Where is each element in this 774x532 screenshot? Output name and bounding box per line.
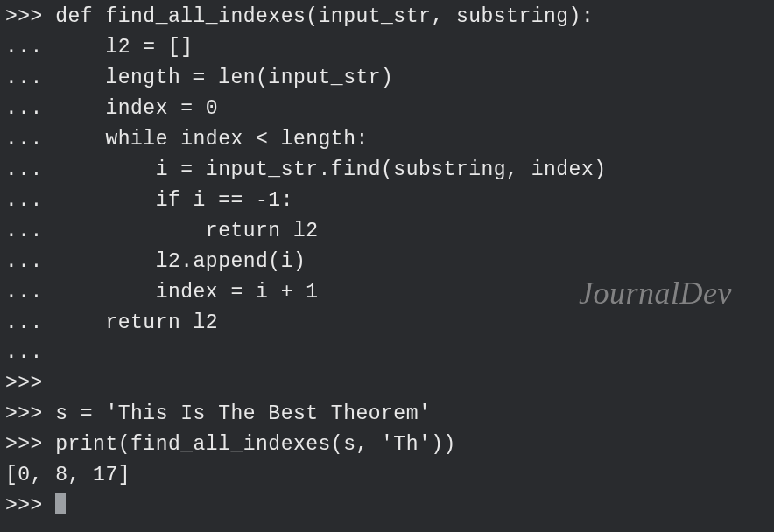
code-line: >>> [5,368,769,399]
code-line: ... if i == -1: [5,186,769,216]
code-line: ... length = len(input_str) [5,63,769,94]
cursor-icon [55,494,66,514]
code-line: ... [5,338,769,368]
code-line: ... return l2 [5,308,769,339]
code-line: ... index = i + 1 [5,277,769,308]
code-line: ... i = input_str.find(substring, index) [5,155,769,186]
code-line: ... index = 0 [5,94,769,124]
prompt-line[interactable]: >>> [5,491,769,522]
code-line: >>> def find_all_indexes(input_str, subs… [5,2,769,32]
output-line: [0, 8, 17] [5,460,769,491]
terminal-output[interactable]: >>> def find_all_indexes(input_str, subs… [5,2,769,522]
prompt-text: >>> [5,494,55,517]
code-line: >>> s = 'This Is The Best Theorem' [5,399,769,430]
code-line: ... l2.append(i) [5,247,769,277]
code-line: >>> print(find_all_indexes(s, 'Th')) [5,430,769,460]
code-line: ... while index < length: [5,124,769,155]
code-line: ... l2 = [] [5,32,769,63]
code-line: ... return l2 [5,216,769,247]
